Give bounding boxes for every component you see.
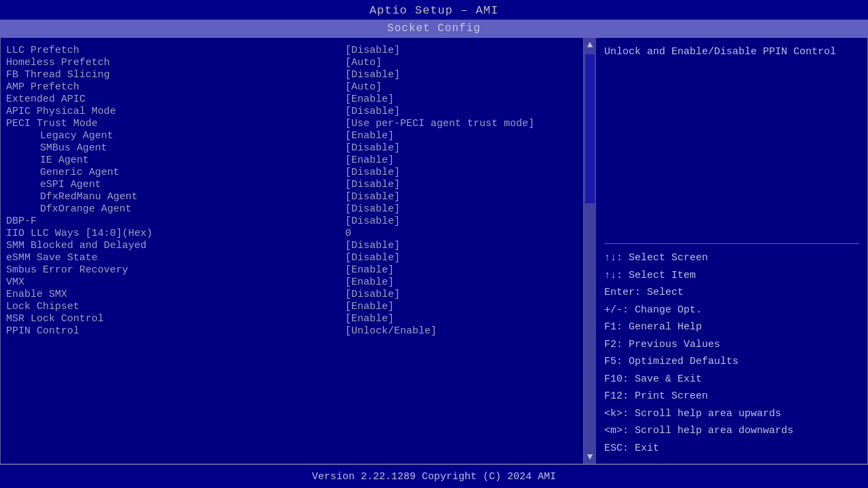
setting-value: [Enable]: [345, 264, 394, 276]
setting-value: [Enable]: [345, 313, 394, 325]
scroll-down-arrow[interactable]: ▼: [584, 450, 596, 464]
table-row[interactable]: VMX[Enable]: [6, 277, 578, 288]
footer: Version 2.22.1289 Copyright (C) 2024 AMI: [0, 464, 868, 488]
table-row[interactable]: IE Agent[Enable]: [6, 155, 578, 166]
setting-name: Lock Chipset: [6, 301, 345, 312]
setting-value: [Disable]: [345, 167, 400, 178]
settings-panel: LLC Prefetch[Disable]Homeless Prefetch[A…: [1, 38, 584, 464]
tab-bar: Socket Config: [0, 20, 868, 37]
scrollbar[interactable]: ▲ ▼: [584, 38, 596, 464]
setting-name: DfxOrange Agent: [6, 203, 345, 215]
setting-value: [Auto]: [345, 81, 382, 93]
setting-value: [Disable]: [345, 142, 400, 154]
setting-name: Legacy Agent: [6, 130, 345, 142]
setting-value: [Enable]: [345, 301, 394, 312]
panel-divider: [604, 243, 859, 244]
table-row[interactable]: APIC Physical Mode[Disable]: [6, 106, 578, 117]
table-row[interactable]: Enable SMX[Disable]: [6, 289, 578, 300]
setting-value: [Enable]: [345, 94, 394, 105]
setting-value: [Disable]: [345, 179, 400, 190]
shortcut-item: ↑↓: Select Item: [604, 267, 859, 285]
setting-name: Generic Agent: [6, 167, 345, 178]
setting-name: Extended APIC: [6, 94, 345, 105]
setting-value: [Disable]: [345, 240, 400, 251]
setting-value: [Enable]: [345, 130, 394, 142]
table-row[interactable]: eSPI Agent[Disable]: [6, 179, 578, 190]
setting-value: [Disable]: [345, 252, 400, 264]
setting-name: eSPI Agent: [6, 179, 345, 190]
header: Aptio Setup – AMI: [0, 0, 868, 20]
setting-name: IIO LLC Ways [14:0](Hex): [6, 228, 345, 239]
setting-value: [Enable]: [345, 277, 394, 288]
setting-name: SMM Blocked and Delayed: [6, 240, 345, 251]
table-row[interactable]: DfxOrange Agent[Disable]: [6, 203, 578, 215]
shortcut-item: ↑↓: Select Screen: [604, 249, 859, 267]
table-row[interactable]: Smbus Error Recovery[Enable]: [6, 264, 578, 276]
setting-value: [Unlock/Enable]: [345, 325, 437, 337]
table-row[interactable]: AMP Prefetch[Auto]: [6, 81, 578, 93]
setting-value: [Disable]: [345, 289, 400, 300]
setting-name: Enable SMX: [6, 289, 345, 300]
setting-name: eSMM Save State: [6, 252, 345, 264]
setting-name: IE Agent: [6, 155, 345, 166]
scroll-thumb[interactable]: [585, 54, 595, 203]
setting-name: Homeless Prefetch: [6, 57, 345, 68]
shortcut-item: <k>: Scroll help area upwards: [604, 405, 859, 423]
setting-value: [Disable]: [345, 106, 400, 117]
table-row[interactable]: Lock Chipset[Enable]: [6, 301, 578, 312]
main-content: LLC Prefetch[Disable]Homeless Prefetch[A…: [0, 37, 868, 464]
table-row[interactable]: MSR Lock Control[Enable]: [6, 313, 578, 325]
scroll-up-arrow[interactable]: ▲: [584, 38, 596, 52]
table-row[interactable]: IIO LLC Ways [14:0](Hex)0: [6, 228, 578, 239]
shortcut-item: <m>: Scroll help area downwards: [604, 422, 859, 440]
shortcut-item: F12: Print Screen: [604, 388, 859, 405]
table-row[interactable]: PECI Trust Mode[Use per-PECI agent trust…: [6, 118, 578, 129]
shortcuts-list: ↑↓: Select Screen↑↓: Select ItemEnter: S…: [604, 249, 859, 457]
shortcut-item: Enter: Select: [604, 284, 859, 302]
setting-value: [Disable]: [345, 69, 400, 81]
footer-version: Version 2.22.1289 Copyright (C) 2024 AMI: [312, 471, 556, 483]
shortcut-item: F10: Save & Exit: [604, 371, 859, 388]
table-row[interactable]: LLC Prefetch[Disable]: [6, 45, 578, 56]
setting-name: MSR Lock Control: [6, 313, 345, 325]
tab-socket-config: Socket Config: [387, 22, 481, 35]
setting-name: FB Thread Slicing: [6, 69, 345, 81]
setting-name: PECI Trust Mode: [6, 118, 345, 129]
setting-value: [Disable]: [345, 191, 400, 203]
shortcut-item: +/-: Change Opt.: [604, 302, 859, 319]
shortcut-item: F1: General Help: [604, 319, 859, 336]
setting-name: Smbus Error Recovery: [6, 264, 345, 276]
table-row[interactable]: eSMM Save State[Disable]: [6, 252, 578, 264]
app-title: Aptio Setup – AMI: [370, 4, 498, 17]
setting-name: APIC Physical Mode: [6, 106, 345, 117]
shortcut-item: F2: Previous Values: [604, 336, 859, 354]
table-row[interactable]: DBP-F[Disable]: [6, 216, 578, 227]
setting-value: [Disable]: [345, 216, 400, 227]
table-row[interactable]: PPIN Control[Unlock/Enable]: [6, 325, 578, 337]
setting-name: LLC Prefetch: [6, 45, 345, 56]
setting-name: DBP-F: [6, 216, 345, 227]
table-row[interactable]: Homeless Prefetch[Auto]: [6, 57, 578, 68]
shortcut-item: ESC: Exit: [604, 440, 859, 458]
table-row[interactable]: SMM Blocked and Delayed[Disable]: [6, 240, 578, 251]
table-row[interactable]: Extended APIC[Enable]: [6, 94, 578, 105]
setting-value: 0: [345, 228, 351, 239]
table-row[interactable]: SMBus Agent[Disable]: [6, 142, 578, 154]
setting-name: PPIN Control: [6, 325, 345, 337]
setting-value: [Enable]: [345, 155, 394, 166]
table-row[interactable]: DfxRedManu Agent[Disable]: [6, 191, 578, 203]
setting-name: SMBus Agent: [6, 142, 345, 154]
table-row[interactable]: FB Thread Slicing[Disable]: [6, 69, 578, 81]
setting-name: AMP Prefetch: [6, 81, 345, 93]
setting-name: VMX: [6, 277, 345, 288]
help-description: Unlock and Enable/Disable PPIN Control: [604, 45, 859, 238]
setting-value: [Auto]: [345, 57, 382, 68]
setting-value: [Disable]: [345, 45, 400, 56]
setting-value: [Disable]: [345, 203, 400, 215]
table-row[interactable]: Generic Agent[Disable]: [6, 167, 578, 178]
table-row[interactable]: Legacy Agent[Enable]: [6, 130, 578, 142]
setting-name: DfxRedManu Agent: [6, 191, 345, 203]
help-panel: Unlock and Enable/Disable PPIN Control ↑…: [596, 38, 867, 464]
shortcut-item: F5: Optimized Defaults: [604, 353, 859, 371]
setting-value: [Use per-PECI agent trust mode]: [345, 118, 534, 129]
